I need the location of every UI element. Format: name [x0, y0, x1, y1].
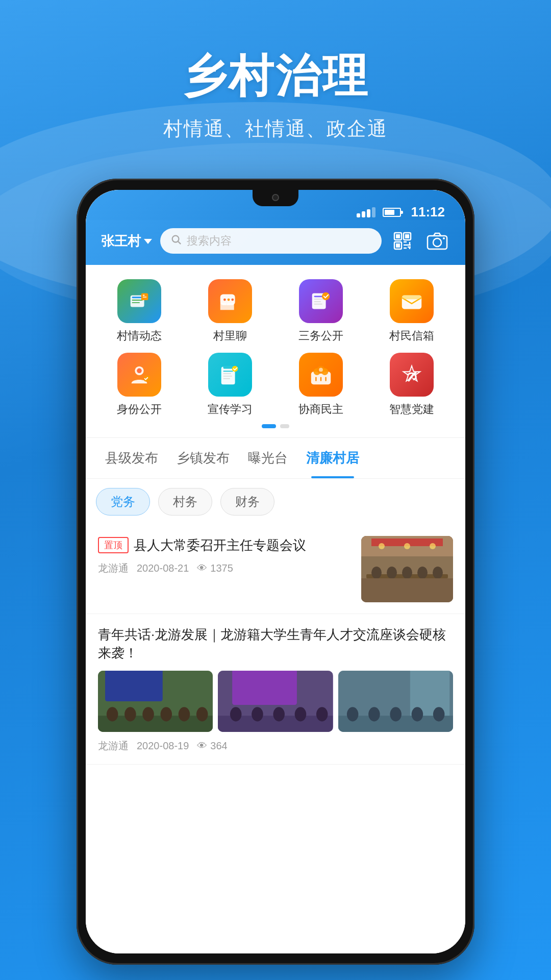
main-tabs: 县级发布 乡镇发布 曝光台 清廉村居	[86, 438, 465, 479]
news-thumbnail	[361, 536, 453, 602]
news-item[interactable]: 置顶 县人大常委召开主任专题会议 龙游通 2020-08-21 👁 1375	[86, 525, 465, 614]
svg-point-91	[411, 707, 423, 721]
svg-point-33	[322, 292, 330, 300]
signal-icon	[357, 207, 375, 217]
news-content: 置顶 县人大常委召开主任专题会议 龙游通 2020-08-21 👁 1375	[98, 536, 353, 575]
menu-item-democracy[interactable]: 协商民主	[278, 353, 364, 417]
news-meta-2: 龙游通 2020-08-19 👁 364	[98, 739, 453, 753]
svg-point-37	[137, 369, 142, 374]
svg-rect-23	[143, 297, 147, 297]
tab-clean[interactable]: 清廉村居	[297, 438, 368, 478]
news-source-2: 龙游通	[98, 739, 129, 753]
tab-county[interactable]: 县级发布	[96, 438, 167, 478]
svg-point-63	[387, 567, 397, 579]
svg-point-66	[433, 567, 443, 579]
status-icons: 11:12	[357, 204, 445, 220]
header-section: 乡村治理 村情通、社情通、政企通	[0, 0, 551, 142]
menu-section: 村情动态	[86, 265, 465, 437]
menu-label-democracy: 协商民主	[298, 402, 343, 417]
svg-point-74	[161, 707, 172, 721]
mailbox-icon	[390, 279, 434, 323]
tab-expose[interactable]: 曝光台	[239, 438, 297, 478]
nav-bar: 张王村 搜索内容	[86, 220, 465, 265]
dot-2[interactable]	[280, 424, 289, 428]
menu-label-identity: 身份公开	[117, 402, 162, 417]
pinned-badge: 置顶	[98, 537, 129, 553]
menu-grid: 村情动态	[96, 279, 455, 417]
tab-town[interactable]: 乡镇发布	[167, 438, 239, 478]
svg-point-58	[379, 543, 385, 549]
phone-frame: 11:12 张王村	[77, 179, 474, 965]
news-date-2: 2020-08-19	[137, 740, 189, 752]
svg-line-1	[178, 241, 181, 244]
svg-point-16	[443, 237, 445, 239]
news-source: 龙游通	[98, 561, 129, 575]
news-list: 置顶 县人大常委召开主任专题会议 龙游通 2020-08-21 👁 1375	[86, 525, 465, 953]
svg-point-89	[368, 707, 380, 721]
svg-rect-22	[143, 295, 145, 296]
menu-item-chat[interactable]: 村里聊	[187, 279, 273, 344]
svg-rect-67	[361, 578, 453, 602]
svg-point-27	[231, 299, 234, 301]
camera-button[interactable]	[424, 228, 450, 254]
party-icon	[390, 353, 434, 397]
dot-1[interactable]	[262, 424, 276, 428]
sub-tab-finance[interactable]: 财务	[220, 488, 274, 516]
screen-content: 11:12 张王村	[86, 190, 465, 953]
news-image-2	[218, 671, 333, 732]
svg-point-25	[223, 299, 226, 301]
svg-rect-44	[223, 378, 230, 379]
village-selector[interactable]: 张王村	[101, 232, 152, 250]
sub-tab-village[interactable]: 村务	[158, 488, 212, 516]
news-date: 2020-08-21	[137, 562, 189, 574]
svg-rect-35	[402, 295, 421, 299]
svg-point-73	[142, 707, 154, 721]
qr-scan-button[interactable]	[390, 228, 415, 254]
search-placeholder: 搜索内容	[187, 233, 232, 249]
menu-item-identity[interactable]: 身份公开	[96, 353, 183, 417]
svg-rect-30	[314, 299, 324, 300]
svg-point-45	[232, 366, 238, 372]
democracy-icon	[299, 353, 343, 397]
svg-point-65	[417, 567, 428, 579]
sub-tab-party[interactable]: 党务	[96, 488, 150, 516]
svg-point-92	[433, 707, 445, 721]
tabs-section: 县级发布 乡镇发布 曝光台 清廉村居 党务 村务 财务	[86, 437, 465, 525]
dropdown-arrow-icon	[144, 239, 152, 244]
nav-icons	[390, 228, 450, 254]
menu-label-party: 智慧党建	[389, 402, 434, 417]
app-subtitle: 村情通、社情通、政企通	[0, 116, 551, 142]
svg-point-90	[390, 707, 402, 721]
public-icon	[299, 279, 343, 323]
menu-label-study: 宣传学习	[208, 402, 253, 417]
village-news-icon	[117, 279, 161, 323]
news-title-row: 置顶 县人大常委召开主任专题会议	[98, 536, 353, 554]
menu-item-study[interactable]: 宣传学习	[187, 353, 273, 417]
svg-point-75	[179, 707, 190, 721]
menu-item-party[interactable]: 智慧党建	[368, 353, 455, 417]
svg-rect-40	[223, 366, 233, 369]
pagination-dots	[96, 417, 455, 432]
svg-point-80	[230, 707, 242, 721]
menu-label-chat: 村里聊	[213, 328, 247, 344]
news-item-2[interactable]: 青年共话·龙游发展｜龙游籍大学生青年人才交流座谈会硬核来袭！	[86, 614, 465, 765]
phone-screen: 11:12 张王村	[86, 190, 465, 953]
menu-label-mailbox: 村民信箱	[389, 328, 434, 344]
svg-point-15	[433, 238, 441, 247]
app-title: 乡村治理	[0, 46, 551, 107]
chat-icon	[208, 279, 252, 323]
news-images-row	[98, 671, 453, 732]
news-image-1	[98, 671, 213, 732]
news-views-2: 👁 364	[197, 740, 227, 752]
news-view-count: 1375	[210, 562, 233, 574]
camera-dot	[272, 194, 279, 201]
svg-rect-32	[314, 304, 322, 305]
news-views: 👁 1375	[197, 562, 233, 574]
menu-label-village-news: 村情动态	[117, 328, 162, 344]
menu-item-public[interactable]: 三务公开	[278, 279, 364, 344]
menu-item-village-news[interactable]: 村情动态	[96, 279, 183, 344]
search-box[interactable]: 搜索内容	[160, 228, 382, 254]
svg-rect-78	[232, 671, 297, 705]
svg-point-59	[404, 543, 410, 549]
menu-item-mailbox[interactable]: 村民信箱	[368, 279, 455, 344]
